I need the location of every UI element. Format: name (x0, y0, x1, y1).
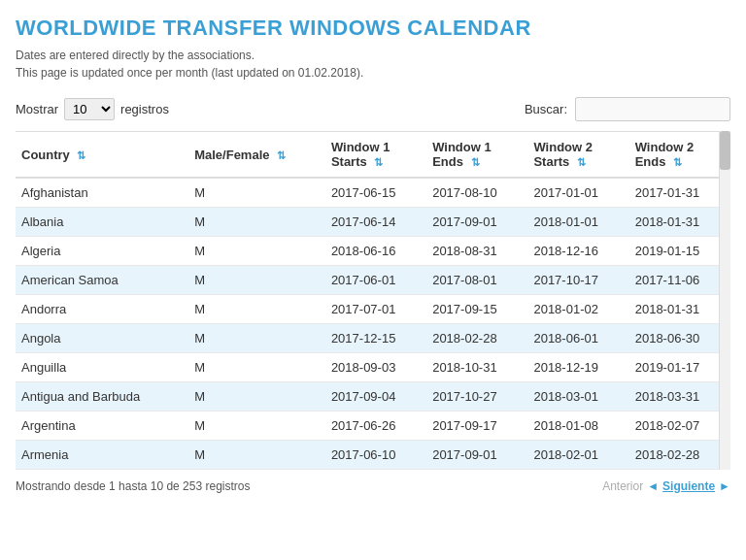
cell-gender: M (188, 237, 325, 266)
table-row: AndorraM2017-07-012017-09-152018-01-0220… (16, 295, 730, 324)
cell-gender: M (188, 295, 325, 324)
cell-country: Anguilla (16, 353, 188, 382)
cell-w1e: 2017-09-01 (426, 441, 527, 470)
table-row: American SamoaM2017-06-012017-08-012017-… (16, 266, 730, 295)
cell-w2e: 2017-01-31 (629, 178, 730, 208)
cell-w2s: 2018-03-01 (527, 382, 628, 412)
cell-w2e: 2018-01-31 (629, 208, 730, 237)
col-w2-ends[interactable]: Window 2Ends ⇅ (629, 132, 730, 179)
cell-w1e: 2018-02-28 (426, 324, 527, 353)
cell-gender: M (188, 353, 325, 382)
cell-w2e: 2018-06-30 (629, 324, 730, 353)
next-button[interactable]: Siguiente (662, 479, 715, 493)
cell-w1s: 2018-09-03 (325, 353, 426, 382)
cell-w1e: 2017-09-17 (426, 412, 527, 441)
cell-country: Afghanistan (16, 178, 188, 208)
table-row: AnguillaM2018-09-032018-10-312018-12-192… (16, 353, 730, 382)
cell-w2s: 2018-01-01 (527, 208, 628, 237)
cell-gender: M (188, 441, 325, 470)
entries-select[interactable]: 10 25 50 100 (64, 98, 115, 120)
subtitle: Dates are entered directly by the associ… (16, 47, 730, 82)
table-row: ArmeniaM2017-06-102017-09-012018-02-0120… (16, 441, 730, 470)
table-header-row: Country ⇅ Male/Female ⇅ Window 1Starts ⇅… (16, 132, 730, 179)
cell-country: Argentina (16, 412, 188, 441)
show-entries: Mostrar 10 25 50 100 registros (16, 98, 169, 120)
cell-w1e: 2017-10-27 (426, 382, 527, 412)
cell-w1e: 2018-08-31 (426, 237, 527, 266)
cell-country: Algeria (16, 237, 188, 266)
page-title: WORLDWIDE TRANSFER WINDOWS CALENDAR (16, 16, 730, 41)
cell-country: Andorra (16, 295, 188, 324)
cell-country: American Samoa (16, 266, 188, 295)
cell-w2s: 2017-10-17 (527, 266, 628, 295)
cell-country: Albania (16, 208, 188, 237)
cell-w1s: 2017-06-15 (325, 178, 426, 208)
table-body: AfghanistanM2017-06-152017-08-102017-01-… (16, 178, 730, 470)
cell-w1s: 2017-07-01 (325, 295, 426, 324)
cell-w2s: 2018-01-02 (527, 295, 628, 324)
sort-icon-w1s: ⇅ (374, 156, 383, 169)
cell-w2e: 2019-01-17 (629, 353, 730, 382)
cell-w1s: 2017-09-04 (325, 382, 426, 412)
cell-w1s: 2017-06-26 (325, 412, 426, 441)
footer-info: Mostrando desde 1 hasta 10 de 253 regist… (16, 479, 251, 493)
table-row: AfghanistanM2017-06-152017-08-102017-01-… (16, 178, 730, 208)
sort-icon-w2e: ⇅ (673, 156, 682, 169)
col-w1-ends[interactable]: Window 1Ends ⇅ (426, 132, 527, 179)
cell-w1e: 2017-08-10 (426, 178, 527, 208)
controls-bottom: Mostrando desde 1 hasta 10 de 253 regist… (16, 479, 730, 493)
data-table: Country ⇅ Male/Female ⇅ Window 1Starts ⇅… (16, 131, 730, 470)
table-container: Country ⇅ Male/Female ⇅ Window 1Starts ⇅… (16, 131, 730, 470)
cell-w1s: 2017-06-01 (325, 266, 426, 295)
subtitle-line2: This page is updated once per month (las… (16, 66, 363, 80)
entries-suffix: registros (120, 102, 169, 116)
cell-w2s: 2018-06-01 (527, 324, 628, 353)
cell-w1s: 2017-06-10 (325, 441, 426, 470)
col-gender[interactable]: Male/Female ⇅ (188, 132, 325, 179)
sort-icon-w1e: ⇅ (471, 156, 480, 169)
cell-w2s: 2018-12-19 (527, 353, 628, 382)
cell-w1e: 2017-08-01 (426, 266, 527, 295)
sort-icon-w2s: ⇅ (577, 156, 586, 169)
next-arrow-right: ► (719, 479, 730, 493)
search-label: Buscar: (525, 102, 567, 116)
next-arrow-left: ◄ (647, 479, 659, 493)
prev-button[interactable]: Anterior (602, 479, 643, 493)
col-country[interactable]: Country ⇅ (16, 132, 188, 179)
table-row: AlbaniaM2017-06-142017-09-012018-01-0120… (16, 208, 730, 237)
cell-w2e: 2018-03-31 (629, 382, 730, 412)
cell-w2e: 2019-01-15 (629, 237, 730, 266)
col-w2-starts[interactable]: Window 2Starts ⇅ (527, 132, 628, 179)
cell-w2e: 2017-11-06 (629, 266, 730, 295)
cell-country: Armenia (16, 441, 188, 470)
table-row: ArgentinaM2017-06-262017-09-172018-01-08… (16, 412, 730, 441)
controls-top: Mostrar 10 25 50 100 registros Buscar: (16, 97, 730, 121)
cell-gender: M (188, 208, 325, 237)
cell-gender: M (188, 412, 325, 441)
cell-w2e: 2018-01-31 (629, 295, 730, 324)
pagination: Anterior ◄ Siguiente ► (602, 479, 730, 493)
scrollbar-thumb (720, 131, 730, 170)
scrollbar[interactable] (719, 131, 730, 470)
cell-w1s: 2017-12-15 (325, 324, 426, 353)
table-row: AlgeriaM2018-06-162018-08-312018-12-1620… (16, 237, 730, 266)
cell-w2e: 2018-02-28 (629, 441, 730, 470)
cell-w1e: 2018-10-31 (426, 353, 527, 382)
cell-gender: M (188, 382, 325, 412)
sort-icon-country: ⇅ (77, 149, 85, 162)
cell-w2s: 2017-01-01 (527, 178, 628, 208)
cell-country: Antigua and Barbuda (16, 382, 188, 412)
cell-w1e: 2017-09-01 (426, 208, 527, 237)
cell-country: Angola (16, 324, 188, 353)
show-label: Mostrar (16, 102, 58, 116)
table-row: Antigua and BarbudaM2017-09-042017-10-27… (16, 382, 730, 412)
search-input[interactable] (575, 97, 730, 121)
table-wrapper: Country ⇅ Male/Female ⇅ Window 1Starts ⇅… (16, 131, 730, 470)
cell-w1e: 2017-09-15 (426, 295, 527, 324)
cell-gender: M (188, 324, 325, 353)
search-box: Buscar: (525, 97, 730, 121)
table-row: AngolaM2017-12-152018-02-282018-06-01201… (16, 324, 730, 353)
cell-w1s: 2018-06-16 (325, 237, 426, 266)
col-w1-starts[interactable]: Window 1Starts ⇅ (325, 132, 426, 179)
cell-w2s: 2018-02-01 (527, 441, 628, 470)
